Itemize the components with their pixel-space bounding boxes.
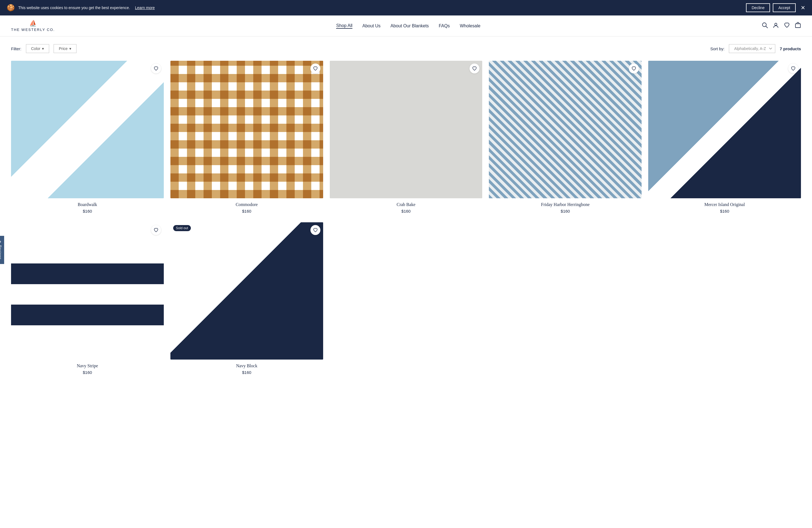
decline-button[interactable]: Decline: [746, 3, 770, 12]
color-filter-button[interactable]: Color ▾: [26, 44, 49, 53]
nav-about-blankets[interactable]: About Our Blankets: [391, 24, 429, 28]
wishlist-btn-navy-stripe[interactable]: [151, 225, 161, 235]
cookie-message: This website uses cookies to ensure you …: [18, 5, 130, 10]
main-nav: Shop All About Us About Our Blankets FAQ…: [336, 23, 480, 29]
product-image-commodore: [170, 61, 323, 198]
filter-controls: Filter: Color ▾ Price ▾: [11, 44, 76, 53]
close-cookie-button[interactable]: ✕: [801, 4, 806, 11]
sort-label: Sort by:: [710, 46, 725, 51]
product-count: 7 products: [780, 46, 801, 51]
nav-shop-all[interactable]: Shop All: [336, 23, 352, 29]
product-price-boardwalk: $160: [83, 209, 92, 214]
product-price-friday-harbor: $160: [561, 209, 570, 214]
product-card-friday-harbor[interactable]: Friday Harbor Herringbone $160: [489, 61, 642, 214]
cart-icon[interactable]: [795, 22, 801, 30]
product-price-navy-stripe: $160: [83, 370, 92, 375]
reviews-tab[interactable]: ★ Reviews: [0, 236, 4, 264]
product-image-crab-bake: [330, 61, 482, 198]
product-card-commodore[interactable]: Commodore $160: [170, 61, 323, 214]
product-name-crab-bake: Crab Bake: [396, 202, 416, 207]
products-section: Boardwalk $160 Commodore $160: [0, 58, 812, 386]
product-name-boardwalk: Boardwalk: [77, 202, 97, 207]
nav-about-us[interactable]: About Us: [362, 24, 381, 28]
cookie-actions: Decline Accept ✕: [746, 3, 806, 12]
nav-faqs[interactable]: FAQs: [439, 24, 450, 28]
product-name-friday-harbor: Friday Harbor Herringbone: [541, 202, 590, 207]
product-card-navy-stripe[interactable]: Navy Stripe $160: [11, 222, 164, 375]
product-name-navy-stripe: Navy Stripe: [77, 363, 98, 368]
cookie-message-area: 🍪 This website uses cookies to ensure yo…: [6, 4, 155, 12]
wishlist-btn-commodore[interactable]: [310, 63, 320, 73]
sort-select[interactable]: Alphabetically, A-Z Price, low to high P…: [729, 44, 775, 53]
logo-icon: ⛵: [29, 20, 37, 27]
reviews-tab-label: Reviews: [0, 245, 2, 260]
wishlist-btn-boardwalk[interactable]: [151, 63, 161, 73]
logo-text: THE WESTERLY CO.: [11, 28, 55, 32]
header-icons: [762, 22, 801, 30]
cookie-learn-more[interactable]: Learn more: [135, 5, 155, 10]
product-price-navy-block: $160: [242, 370, 251, 375]
product-image-mercer-island: [648, 61, 801, 198]
product-price-crab-bake: $160: [401, 209, 410, 214]
cookie-banner: 🍪 This website uses cookies to ensure yo…: [0, 0, 812, 15]
price-filter-chevron: ▾: [69, 46, 71, 51]
account-icon[interactable]: [773, 22, 779, 30]
filter-label: Filter:: [11, 46, 21, 51]
product-name-mercer-island: Mercer Island Original: [704, 202, 745, 207]
product-card-boardwalk[interactable]: Boardwalk $160: [11, 61, 164, 214]
product-price-mercer-island: $160: [720, 209, 729, 214]
sort-controls: Sort by: Alphabetically, A-Z Price, low …: [710, 44, 801, 53]
product-price-commodore: $160: [242, 209, 251, 214]
price-filter-button[interactable]: Price ▾: [54, 44, 76, 53]
products-grid: Boardwalk $160 Commodore $160: [11, 61, 801, 375]
product-name-navy-block: Navy Block: [236, 363, 257, 368]
color-filter-chevron: ▾: [42, 46, 44, 51]
wishlist-btn-friday-harbor[interactable]: [629, 63, 639, 73]
reviews-star-icon: ★: [0, 240, 2, 244]
svg-point-2: [775, 23, 777, 25]
product-card-mercer-island[interactable]: Mercer Island Original $160: [648, 61, 801, 214]
cookie-icon: 🍪: [6, 4, 15, 12]
svg-line-1: [766, 26, 768, 28]
accept-button[interactable]: Accept: [773, 3, 796, 12]
wishlist-header-icon[interactable]: [784, 22, 790, 30]
color-filter-label: Color: [31, 46, 40, 51]
price-filter-label: Price: [59, 46, 68, 51]
wishlist-btn-navy-block[interactable]: [310, 225, 320, 235]
product-name-commodore: Commodore: [236, 202, 258, 207]
product-card-crab-bake[interactable]: Crab Bake $160: [330, 61, 482, 214]
filter-bar: Filter: Color ▾ Price ▾ Sort by: Alphabe…: [0, 36, 812, 58]
svg-rect-3: [795, 24, 800, 28]
site-logo[interactable]: ⛵ THE WESTERLY CO.: [11, 20, 55, 32]
site-header: ⛵ THE WESTERLY CO. Shop All About Us Abo…: [0, 15, 812, 36]
product-image-navy-block: Sold out: [170, 222, 323, 360]
sold-out-badge: Sold out: [173, 225, 191, 231]
wishlist-btn-mercer-island[interactable]: [788, 63, 798, 73]
product-image-friday-harbor: [489, 61, 642, 198]
product-image-boardwalk: [11, 61, 164, 198]
search-icon[interactable]: [762, 22, 768, 30]
nav-wholesale[interactable]: Wholesale: [460, 24, 481, 28]
product-card-navy-block[interactable]: Sold out Navy Block $160: [170, 222, 323, 375]
product-image-navy-stripe: [11, 222, 164, 360]
